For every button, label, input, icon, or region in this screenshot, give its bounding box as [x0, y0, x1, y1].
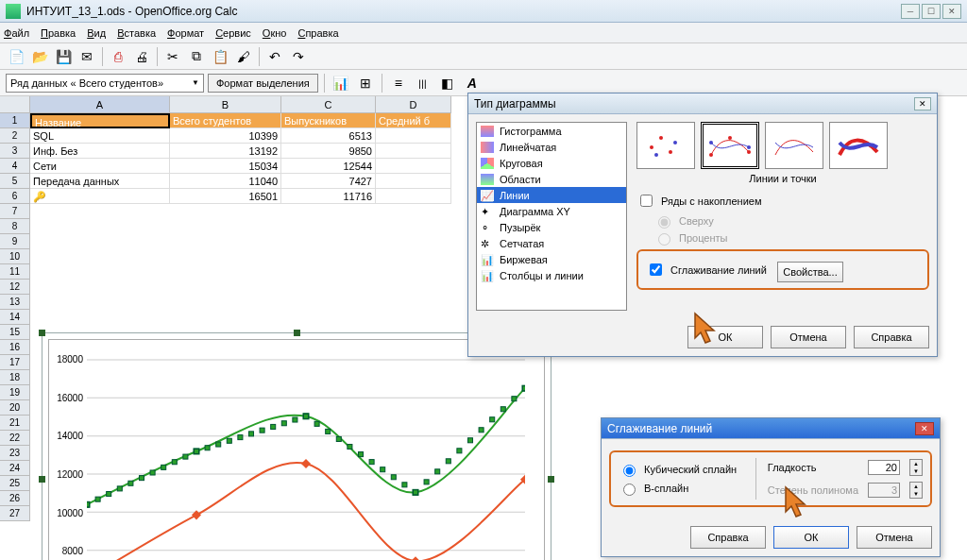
embedded-chart[interactable]: 600080001000012000140001600018000SQLИнф.… — [42, 332, 551, 560]
cell[interactable]: 13192 — [170, 144, 281, 159]
col-head-b[interactable]: B — [170, 96, 281, 113]
row-head[interactable]: 27 — [0, 506, 30, 521]
row-head[interactable]: 14 — [0, 310, 30, 325]
brush-icon[interactable]: 🖌 — [233, 46, 254, 67]
menu-format[interactable]: Формат — [167, 27, 204, 39]
chart-type-icon[interactable]: 📊 — [331, 73, 351, 93]
menu-help[interactable]: Справка — [297, 27, 338, 39]
col-head-a[interactable]: A — [30, 96, 170, 113]
row-head[interactable]: 15 — [0, 325, 30, 340]
save-icon[interactable]: 💾 — [53, 46, 74, 67]
smooth-checkbox[interactable]: Сглаживание линий — [646, 261, 767, 279]
undo-icon[interactable]: ↶ — [264, 46, 285, 67]
row-head[interactable]: 25 — [0, 476, 30, 491]
row-head[interactable]: 10 — [0, 249, 30, 264]
row-head[interactable]: 23 — [0, 446, 30, 461]
smoothness-input[interactable] — [868, 460, 900, 475]
menu-service[interactable]: Сервис — [215, 27, 251, 39]
dialog-close-icon[interactable]: ✕ — [914, 97, 931, 110]
legend-icon[interactable]: ◧ — [437, 73, 458, 93]
print-icon[interactable]: 🖨 — [131, 46, 152, 67]
chart-data-icon[interactable]: ⊞ — [355, 73, 376, 93]
stacked-checkbox[interactable]: Ряды с накоплением — [636, 192, 929, 210]
ok2-button[interactable]: ОК — [773, 526, 849, 549]
menu-edit[interactable]: Правка — [41, 27, 76, 39]
row-head[interactable]: 19 — [0, 385, 30, 400]
row-head[interactable]: 9 — [0, 234, 30, 249]
series-combo[interactable]: Ряд данных « Всего студентов» ▼ — [6, 74, 204, 93]
menu-file[interactable]: Файл — [4, 27, 29, 39]
cell[interactable]: 10399 — [170, 128, 281, 144]
col-head-d[interactable]: D — [376, 96, 451, 113]
grid-h-icon[interactable]: ≡ — [388, 73, 409, 93]
cell[interactable] — [376, 159, 451, 174]
cut-icon[interactable]: ✂ — [162, 46, 183, 67]
chart-type-list[interactable]: Гистограмма Линейчатая Круговая Области … — [476, 122, 627, 311]
row-head[interactable]: 24 — [0, 461, 30, 476]
restore-button[interactable]: ☐ — [922, 4, 941, 19]
row-head[interactable]: 17 — [0, 355, 30, 370]
cell[interactable]: SQL — [30, 128, 170, 144]
row-head[interactable]: 21 — [0, 416, 30, 431]
cell[interactable]: 15034 — [170, 159, 281, 174]
row-head[interactable]: 3 — [0, 144, 30, 159]
subtype-lines[interactable] — [765, 122, 823, 169]
row-head[interactable]: 5 — [0, 174, 30, 189]
cell[interactable] — [376, 174, 451, 189]
cell[interactable]: Название — [30, 113, 170, 128]
cell[interactable]: 7427 — [281, 174, 376, 189]
smooth-properties-button[interactable]: Свойства... — [777, 262, 843, 282]
cubic-spline-radio[interactable]: Кубический сплайн — [619, 462, 744, 477]
row-head[interactable]: 13 — [0, 295, 30, 310]
cell[interactable] — [376, 144, 451, 159]
cell[interactable]: 11716 — [281, 189, 376, 204]
cell[interactable]: 11040 — [170, 174, 281, 189]
row-head[interactable]: 11 — [0, 264, 30, 280]
open-icon[interactable]: 📂 — [29, 46, 50, 67]
cell[interactable] — [376, 189, 451, 204]
col-head-c[interactable]: C — [281, 96, 376, 113]
cancel2-button[interactable]: Отмена — [857, 526, 932, 549]
cell[interactable]: 6513 — [281, 128, 376, 144]
axis-icon[interactable]: A — [462, 73, 483, 93]
row-head[interactable]: 26 — [0, 491, 30, 506]
select-all-corner[interactable] — [0, 96, 30, 113]
format-selection-button[interactable]: Формат выделения — [208, 74, 318, 93]
subtype-3d[interactable] — [829, 122, 888, 169]
row-head[interactable]: 2 — [0, 128, 30, 144]
row-head[interactable]: 16 — [0, 340, 30, 355]
close-button[interactable]: ✕ — [942, 4, 961, 19]
menu-view[interactable]: Вид — [87, 27, 106, 39]
cell[interactable]: Инф. Без — [30, 144, 170, 159]
row-head[interactable]: 18 — [0, 370, 30, 385]
dialog-titlebar[interactable]: Тип диаграммы ✕ — [468, 93, 937, 114]
minimize-button[interactable]: ─ — [901, 4, 920, 19]
subtype-points[interactable] — [636, 122, 695, 169]
row-head[interactable]: 4 — [0, 159, 30, 174]
b-spline-radio[interactable]: В-сплайн — [619, 481, 744, 496]
cell[interactable] — [376, 128, 451, 144]
cancel-button[interactable]: Отмена — [771, 326, 846, 348]
menu-insert[interactable]: Вставка — [117, 27, 156, 39]
cell[interactable]: 🔑 — [30, 189, 170, 204]
menu-window[interactable]: Окно — [263, 27, 287, 39]
cell[interactable]: 9850 — [281, 144, 376, 159]
dialog2-titlebar[interactable]: Сглаживание линий ✕ — [602, 418, 940, 439]
grid-v-icon[interactable]: ⫼ — [413, 73, 433, 93]
help-button[interactable]: Справка — [854, 326, 929, 348]
cell[interactable]: Передача данных — [30, 174, 170, 189]
row-head[interactable]: 12 — [0, 280, 30, 295]
cell[interactable]: 16501 — [170, 189, 281, 204]
row-head[interactable]: 1 — [0, 113, 30, 128]
copy-icon[interactable]: ⧉ — [186, 46, 207, 67]
cell[interactable]: Выпускников — [281, 113, 376, 128]
paste-icon[interactable]: 📋 — [210, 46, 230, 67]
ok-button[interactable]: ОК — [687, 326, 763, 348]
row-head[interactable]: 7 — [0, 204, 30, 219]
redo-icon[interactable]: ↷ — [288, 46, 309, 67]
cell[interactable]: Всего студентов — [170, 113, 281, 128]
row-head[interactable]: 20 — [0, 400, 30, 416]
email-icon[interactable]: ✉ — [76, 46, 97, 67]
cell[interactable]: Средний б — [376, 113, 451, 128]
cell[interactable]: 12544 — [281, 159, 376, 174]
